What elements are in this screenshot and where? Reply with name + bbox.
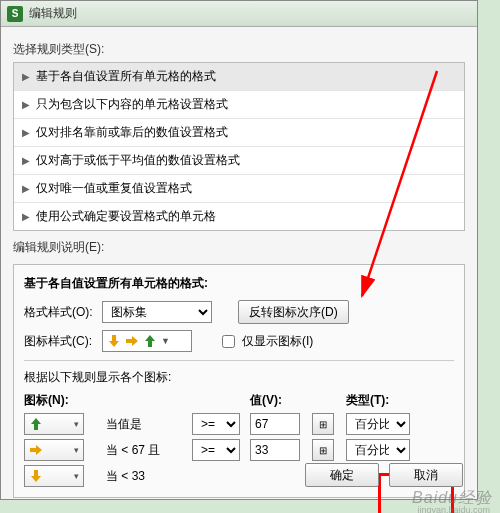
- triangle-icon: ▶: [22, 155, 30, 166]
- watermark-sub: jingyan.baidu.com: [417, 505, 490, 513]
- dialog-window: S 编辑规则 选择规则类型(S): ▶基于各自值设置所有单元格的格式 ▶只为包含…: [0, 0, 478, 500]
- arrow-right-icon: [29, 443, 43, 457]
- cond-text: 当值是: [106, 416, 184, 433]
- format-style-label: 格式样式(O):: [24, 304, 96, 321]
- divider: [24, 360, 454, 361]
- rule-type-text: 只为包含以下内容的单元格设置格式: [36, 96, 228, 113]
- triangle-icon: ▶: [22, 211, 30, 222]
- icon-select[interactable]: ▾: [24, 413, 84, 435]
- value-input[interactable]: [250, 439, 300, 461]
- rule-type-item[interactable]: ▶仅对唯一值或重复值设置格式: [14, 175, 464, 203]
- ok-button[interactable]: 确定: [305, 463, 379, 487]
- triangle-icon: ▶: [22, 127, 30, 138]
- edit-heading: 基于各自值设置所有单元格的格式:: [24, 275, 454, 292]
- col-value-header: 值(V):: [250, 392, 304, 409]
- rule-type-item[interactable]: ▶仅对高于或低于平均值的数值设置格式: [14, 147, 464, 175]
- arrow-up-icon: [29, 417, 43, 431]
- arrow-right-icon: [125, 334, 139, 348]
- rule-type-item[interactable]: ▶基于各自值设置所有单元格的格式: [14, 63, 464, 91]
- cancel-button[interactable]: 取消: [389, 463, 463, 487]
- rule-hint-label: 根据以下规则显示各个图标:: [24, 369, 454, 386]
- chevron-down-icon: ▾: [74, 471, 79, 481]
- rule-type-item[interactable]: ▶仅对排名靠前或靠后的数值设置格式: [14, 119, 464, 147]
- content-area: 选择规则类型(S): ▶基于各自值设置所有单元格的格式 ▶只为包含以下内容的单元…: [1, 27, 477, 508]
- app-icon: S: [7, 6, 23, 22]
- type-select[interactable]: 百分比: [346, 413, 410, 435]
- titlebar: S 编辑规则: [1, 1, 477, 27]
- range-ref-button[interactable]: ⊞: [312, 413, 334, 435]
- range-ref-button[interactable]: ⊞: [312, 439, 334, 461]
- rule-type-text: 仅对唯一值或重复值设置格式: [36, 180, 192, 197]
- operator-select[interactable]: >=: [192, 439, 240, 461]
- rule-type-text: 仅对高于或低于平均值的数值设置格式: [36, 152, 240, 169]
- rule-type-list: ▶基于各自值设置所有单元格的格式 ▶只为包含以下内容的单元格设置格式 ▶仅对排名…: [13, 62, 465, 231]
- rule-type-text: 仅对排名靠前或靠后的数值设置格式: [36, 124, 228, 141]
- triangle-icon: ▶: [22, 71, 30, 82]
- select-rule-type-label: 选择规则类型(S):: [13, 41, 465, 58]
- show-icon-only-label: 仅显示图标(I): [242, 333, 313, 350]
- rule-type-item[interactable]: ▶使用公式确定要设置格式的单元格: [14, 203, 464, 230]
- type-select[interactable]: 百分比: [346, 439, 410, 461]
- icon-style-select[interactable]: ▼: [102, 330, 192, 352]
- col-type-header: 类型(T):: [346, 392, 412, 409]
- col-icon-header: 图标(N):: [24, 392, 98, 409]
- value-input[interactable]: [250, 413, 300, 435]
- triangle-icon: ▶: [22, 99, 30, 110]
- rule-type-text: 使用公式确定要设置格式的单元格: [36, 208, 216, 225]
- arrow-down-icon: [29, 469, 43, 483]
- show-icon-only-checkbox[interactable]: [222, 335, 235, 348]
- chevron-down-icon: ▼: [161, 336, 170, 346]
- operator-select[interactable]: >=: [192, 413, 240, 435]
- chevron-down-icon: ▾: [74, 445, 79, 455]
- icon-select[interactable]: ▾: [24, 465, 84, 487]
- cond-text: 当 < 33: [106, 468, 184, 485]
- dialog-buttons: 确定 取消: [305, 463, 463, 487]
- arrow-down-icon: [107, 334, 121, 348]
- arrow-up-icon: [143, 334, 157, 348]
- icon-select[interactable]: ▾: [24, 439, 84, 461]
- reverse-order-button[interactable]: 反转图标次序(D): [238, 300, 349, 324]
- icon-style-label: 图标样式(C):: [24, 333, 96, 350]
- cond-text: 当 < 67 且: [106, 442, 184, 459]
- window-title: 编辑规则: [29, 5, 77, 22]
- rule-type-text: 基于各自值设置所有单元格的格式: [36, 68, 216, 85]
- chevron-down-icon: ▾: [74, 419, 79, 429]
- rule-type-item[interactable]: ▶只为包含以下内容的单元格设置格式: [14, 91, 464, 119]
- format-style-select[interactable]: 图标集: [102, 301, 212, 323]
- triangle-icon: ▶: [22, 183, 30, 194]
- edit-rule-desc-label: 编辑规则说明(E):: [13, 239, 465, 256]
